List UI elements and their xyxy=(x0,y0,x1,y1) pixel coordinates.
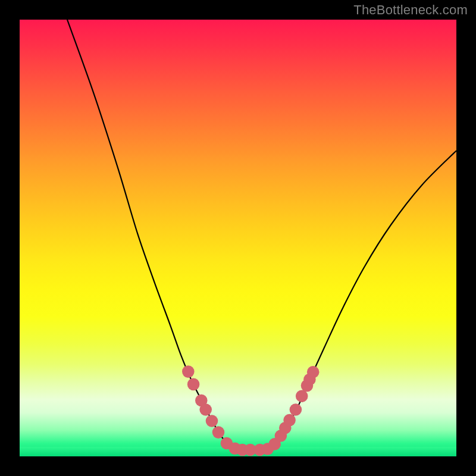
data-marker xyxy=(283,414,296,427)
watermark-text: TheBottleneck.com xyxy=(353,2,468,18)
data-marker xyxy=(187,378,200,391)
curve-left xyxy=(67,20,237,450)
data-marker xyxy=(206,415,218,427)
data-marker xyxy=(307,366,320,378)
markers-group xyxy=(182,365,320,456)
data-marker xyxy=(212,426,225,439)
data-marker xyxy=(182,365,195,378)
data-marker xyxy=(199,403,212,416)
data-marker xyxy=(296,390,308,402)
data-marker xyxy=(290,403,302,416)
chart-plot-area xyxy=(20,20,456,456)
chart-svg xyxy=(20,20,456,456)
